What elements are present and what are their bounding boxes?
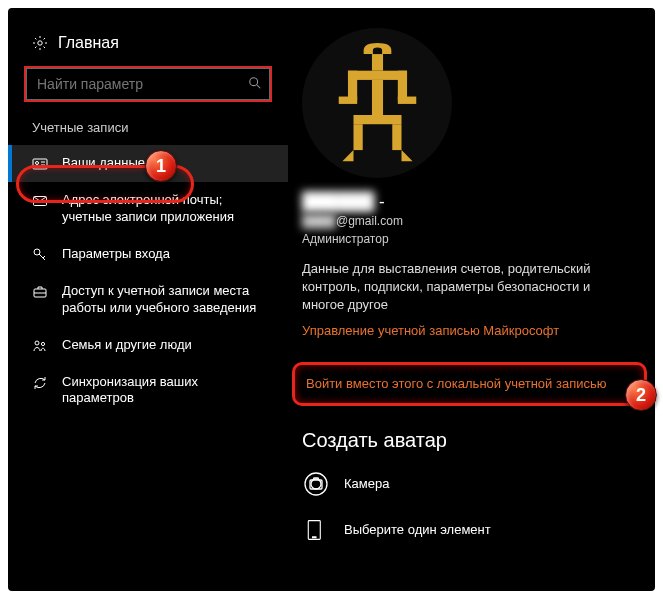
svg-rect-19: [392, 124, 401, 150]
briefcase-icon: [32, 284, 48, 300]
svg-point-20: [305, 473, 327, 495]
nav-signin-options[interactable]: Параметры входа: [8, 236, 288, 273]
nav-email-accounts[interactable]: Адрес электронной почты; учетные записи …: [8, 182, 288, 236]
camera-icon: [302, 470, 330, 498]
person-card-icon: [32, 156, 48, 172]
nav-sync[interactable]: Синхронизация ваших параметров: [8, 364, 288, 418]
search-icon: [248, 76, 262, 94]
browse-label: Выберите один элемент: [344, 522, 491, 537]
nav-label: Параметры входа: [62, 246, 170, 263]
annotation-badge-1: 1: [145, 150, 177, 182]
browse-option[interactable]: Выберите один элемент: [302, 516, 631, 544]
username-hidden: ██████: [302, 192, 374, 211]
avatar: [302, 28, 452, 178]
svg-rect-3: [33, 159, 47, 169]
email: ████@gmail.com: [302, 214, 631, 228]
manage-account-link[interactable]: Управление учетной записью Майкрософт: [302, 323, 631, 338]
avatar-glyph-icon: [330, 43, 425, 163]
local-link-wrap: Войти вместо этого с локальной учетной з…: [302, 366, 631, 401]
nav-label: Семья и другие люди: [62, 337, 192, 354]
nav-work-access[interactable]: Доступ к учетной записи места работы или…: [8, 273, 288, 327]
username: ██████ -: [302, 192, 631, 212]
section-label: Учетные записи: [8, 114, 288, 145]
svg-line-2: [257, 85, 261, 89]
svg-point-8: [35, 341, 39, 345]
svg-rect-14: [371, 80, 382, 119]
mail-icon: [32, 193, 48, 209]
main-panel: ██████ - ████@gmail.com Администратор Да…: [288, 8, 655, 591]
svg-rect-16: [397, 97, 415, 104]
email-hidden: ████: [302, 214, 336, 228]
gear-icon: [32, 35, 48, 51]
sign-in-local-link[interactable]: Войти вместо этого с локальной учетной з…: [302, 366, 631, 401]
camera-option[interactable]: Камера: [302, 470, 631, 498]
svg-rect-17: [353, 115, 401, 124]
sync-icon: [32, 375, 48, 391]
username-suffix: -: [374, 192, 384, 211]
email-domain: @gmail.com: [336, 214, 403, 228]
nav-label: Доступ к учетной записи места работы или…: [62, 283, 264, 317]
nav-label: Синхронизация ваших параметров: [62, 374, 264, 408]
search-input[interactable]: [26, 68, 270, 100]
annotation-badge-2: 2: [625, 379, 657, 411]
home-button[interactable]: Главная: [8, 26, 288, 60]
svg-point-0: [38, 41, 42, 45]
nav-label: Ваши данные: [62, 155, 145, 172]
svg-rect-10: [371, 54, 382, 71]
account-description: Данные для выставления счетов, родительс…: [302, 260, 631, 315]
nav-family[interactable]: Семья и другие люди: [8, 327, 288, 364]
svg-rect-13: [397, 71, 406, 101]
svg-point-1: [250, 78, 258, 86]
search-wrap: [26, 68, 270, 100]
browse-icon: [302, 516, 330, 544]
svg-rect-18: [353, 124, 362, 150]
people-icon: [32, 338, 48, 354]
create-avatar-heading: Создать аватар: [302, 429, 631, 452]
svg-rect-15: [338, 97, 356, 104]
svg-rect-12: [347, 71, 356, 101]
sidebar: Главная Учетные записи Ваши данные А: [8, 8, 288, 591]
key-icon: [32, 247, 48, 263]
content-area: Главная Учетные записи Ваши данные А: [8, 8, 655, 591]
svg-rect-24: [313, 536, 316, 537]
settings-window: Главная Учетные записи Ваши данные А: [8, 8, 655, 591]
camera-label: Камера: [344, 476, 389, 491]
role-label: Администратор: [302, 232, 631, 246]
nav-label: Адрес электронной почты; учетные записи …: [62, 192, 264, 226]
svg-point-9: [41, 342, 44, 345]
svg-point-4: [36, 162, 39, 165]
home-label: Главная: [58, 34, 119, 52]
